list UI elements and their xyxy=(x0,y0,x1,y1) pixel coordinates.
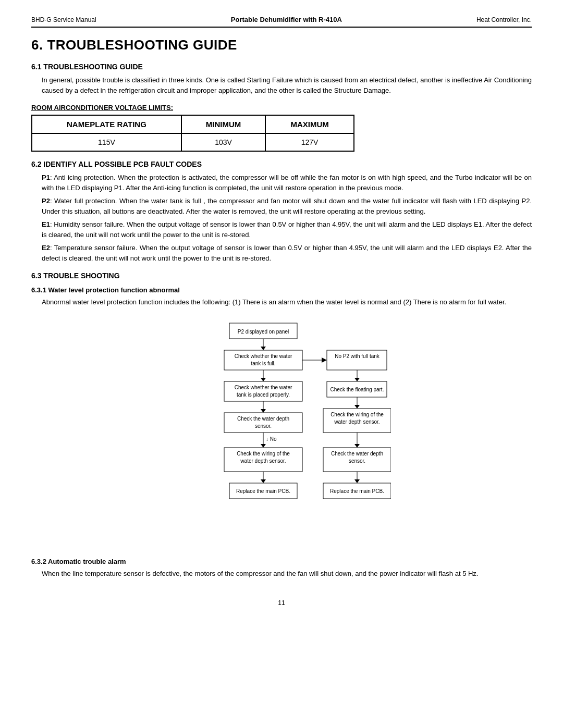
header-center: Portable Dehumidifier with R-410A xyxy=(231,16,342,23)
table-row: 115V 103V 127V xyxy=(32,133,354,151)
section-6-3-title: 6.3 TROUBLE SHOOTING xyxy=(31,272,532,280)
e1-label: E1 xyxy=(42,220,50,228)
svg-marker-32 xyxy=(261,479,266,483)
e2-label: E2 xyxy=(42,244,50,252)
p1-label: P1 xyxy=(42,174,50,181)
header-left: BHD-G Service Manual xyxy=(31,16,96,23)
p2-text: P2: Water full protection. When the wate… xyxy=(42,196,532,216)
section-6-3-2-text: When the line temperature sensor is defe… xyxy=(42,569,532,579)
voltage-table: NAMEPLATE RATING MINIMUM MAXIMUM 115V 10… xyxy=(31,115,354,152)
page: BHD-G Service Manual Portable Dehumidifi… xyxy=(0,0,563,728)
flowchart-svg: P2 displayed on panel Check whether the … xyxy=(172,318,391,547)
col-minimum: MINIMUM xyxy=(181,115,265,133)
no-label: ↓ No xyxy=(266,436,277,442)
cell-nameplate: 115V xyxy=(32,133,181,151)
col-nameplate: NAMEPLATE RATING xyxy=(32,115,181,133)
voltage-label: ROOM AIRCONDITIONER VOLTAGE LIMITS: xyxy=(31,104,532,112)
doc-footer: 11 xyxy=(31,599,532,607)
flow-box-right-3: Check the wiring of the xyxy=(331,412,384,417)
p1-text: P1: Anti icing protection. When the prot… xyxy=(42,172,532,193)
doc-header: BHD-G Service Manual Portable Dehumidifi… xyxy=(31,16,532,28)
svg-text:sensor.: sensor. xyxy=(255,423,272,429)
flowchart-container: P2 displayed on panel Check whether the … xyxy=(31,318,532,547)
cell-maximum: 127V xyxy=(265,133,354,151)
e1-text: E1: Humidity sensor failure. When the ou… xyxy=(42,219,532,240)
section-6-1-intro: In general, possible trouble is classifi… xyxy=(42,75,532,95)
section-6-3-1-title: 6.3.1 Water level protection function ab… xyxy=(31,286,532,294)
svg-marker-35 xyxy=(354,479,360,483)
section-6-1-title: 6.1 TROUBLESHOOTING GUIDE xyxy=(31,63,532,71)
flow-box-4: Check the water depth xyxy=(237,416,289,422)
e2-text: E2: Temperature sensor failure. When the… xyxy=(42,243,532,263)
svg-text:water depth sensor.: water depth sensor. xyxy=(240,458,286,464)
flow-box-right-5: Replace the main PCB. xyxy=(330,488,384,494)
page-number: 11 xyxy=(278,599,285,607)
svg-marker-12 xyxy=(261,378,266,381)
col-maximum: MAXIMUM xyxy=(265,115,354,133)
svg-text:tank is placed properly.: tank is placed properly. xyxy=(237,392,290,398)
svg-marker-6 xyxy=(322,357,327,363)
voltage-section: ROOM AIRCONDITIONER VOLTAGE LIMITS: NAME… xyxy=(31,104,532,152)
svg-marker-24 xyxy=(261,444,266,448)
svg-marker-2 xyxy=(261,347,266,350)
svg-marker-20 xyxy=(354,405,360,409)
p2-label: P2 xyxy=(42,197,50,205)
flow-box-3: Check whether the water xyxy=(235,385,292,390)
svg-text:tank is full.: tank is full. xyxy=(251,361,275,366)
section-6-3-1-text: Abnormal water level protection function… xyxy=(42,297,532,307)
header-right: Heat Controller, Inc. xyxy=(476,16,532,23)
flow-box-1: P2 displayed on panel xyxy=(238,329,289,335)
svg-text:sensor.: sensor. xyxy=(349,458,365,464)
svg-text:water depth sensor.: water depth sensor. xyxy=(334,419,380,425)
cell-minimum: 103V xyxy=(181,133,265,151)
main-section-title: 6. TROUBLESHOOTING GUIDE xyxy=(31,37,532,53)
svg-marker-28 xyxy=(354,444,360,448)
flow-box-5: Check the wiring of the xyxy=(237,451,290,456)
section-6-3-2-title: 6.3.2 Automatic trouble alarm xyxy=(31,558,532,565)
flow-box-right-1: No P2 with full tank xyxy=(335,353,380,359)
flow-box-2: Check whether the water xyxy=(235,353,292,359)
flow-box-right-4: Check the water depth xyxy=(331,451,383,456)
svg-marker-9 xyxy=(354,378,360,381)
flow-box-right-2: Check the floating part. xyxy=(331,387,384,392)
section-6-2-title: 6.2 IDENTIFY ALL POSSIBLE PCB FAULT CODE… xyxy=(31,160,532,168)
flow-box-6: Replace the main PCB. xyxy=(236,488,290,494)
svg-marker-16 xyxy=(261,409,266,413)
